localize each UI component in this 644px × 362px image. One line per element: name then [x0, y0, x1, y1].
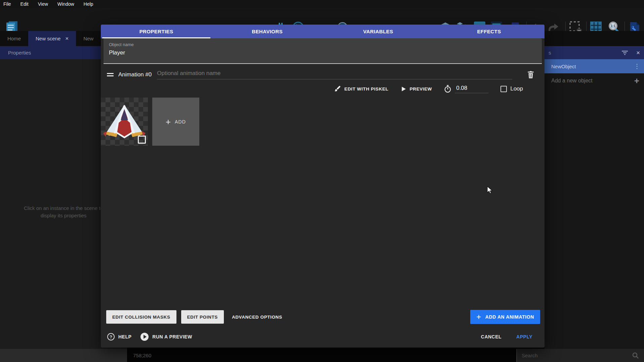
- add-object-plus-icon[interactable]: +: [634, 76, 639, 85]
- properties-panel-footer: [0, 349, 127, 362]
- preview-animation-button[interactable]: PREVIEW: [401, 86, 432, 92]
- animation-name-input[interactable]: [157, 70, 512, 79]
- add-frame-button[interactable]: + ADD: [152, 98, 199, 146]
- objects-panel-close-icon[interactable]: ×: [636, 49, 640, 57]
- animation-controls-row: EDIT WITH PISKEL PREVIEW 0.08 Loop: [101, 82, 545, 96]
- tab-behaviors[interactable]: BEHAVIORS: [212, 25, 323, 38]
- expand-frame-icon[interactable]: [138, 136, 146, 144]
- apply-button[interactable]: APPLY: [516, 334, 532, 339]
- tab-variables[interactable]: VARIABLES: [323, 25, 434, 38]
- tab-new-scene[interactable]: New scene ×: [28, 31, 76, 46]
- tab-home-label: Home: [7, 36, 21, 41]
- svg-text:?: ?: [110, 334, 112, 339]
- objects-panel-header: s ×: [545, 46, 644, 59]
- plus-icon: +: [476, 313, 481, 321]
- plus-icon: +: [166, 117, 171, 126]
- loop-checkbox[interactable]: [500, 86, 507, 92]
- search-icon: [632, 352, 639, 359]
- dialog-tab-bar: PROPERTIES BEHAVIORS VARIABLES EFFECTS: [101, 25, 545, 38]
- cancel-button[interactable]: CANCEL: [481, 334, 501, 339]
- objects-search-bar: [516, 349, 644, 362]
- tab-properties[interactable]: PROPERTIES: [101, 25, 212, 38]
- edit-with-piskel-button[interactable]: EDIT WITH PISKEL: [334, 85, 389, 93]
- frame-time-field[interactable]: 0.08: [444, 85, 488, 93]
- active-tab-indicator: [102, 37, 210, 38]
- properties-panel-title: Properties: [8, 50, 31, 56]
- tab-close-icon[interactable]: ×: [65, 35, 69, 42]
- menu-window[interactable]: Window: [57, 1, 74, 7]
- object-name-label: Object name: [109, 42, 536, 47]
- play-icon: [401, 86, 406, 92]
- menu-bar: File Edit View Window Help: [0, 0, 644, 8]
- object-name-input[interactable]: [109, 49, 536, 56]
- drag-handle-icon[interactable]: [107, 73, 114, 76]
- filter-icon[interactable]: [621, 50, 629, 56]
- brush-icon: [334, 85, 341, 93]
- advanced-options-button[interactable]: ADVANCED OPTIONS: [229, 315, 286, 320]
- menu-help[interactable]: Help: [84, 1, 93, 7]
- dialog-secondary-actions: EDIT COLLISION MASKS EDIT POINTS ADVANCE…: [101, 310, 545, 324]
- cursor-coordinates: 758;260: [133, 353, 151, 358]
- mouse-cursor: [487, 186, 493, 194]
- loop-toggle[interactable]: Loop: [500, 85, 523, 92]
- edit-collision-masks-button[interactable]: EDIT COLLISION MASKS: [106, 310, 176, 324]
- delete-animation-icon[interactable]: [526, 70, 535, 79]
- play-circle-icon: [140, 332, 149, 341]
- search-input[interactable]: [522, 353, 632, 358]
- object-name-field: Object name: [104, 38, 542, 64]
- objects-panel: [545, 46, 644, 349]
- add-new-object-row[interactable]: Add a new object +: [545, 73, 644, 88]
- gdevelop-window: File Edit View Window Help PREVIEW PUBLI…: [0, 0, 644, 362]
- loop-label: Loop: [510, 85, 523, 92]
- object-editor-dialog: PROPERTIES BEHAVIORS VARIABLES EFFECTS O…: [101, 25, 545, 348]
- tab-new-scene-label: New scene: [36, 36, 61, 41]
- objects-panel-title-fragment: s: [549, 50, 551, 56]
- tab-home[interactable]: Home: [0, 31, 28, 46]
- help-icon: ?: [107, 333, 115, 341]
- add-new-object-label: Add a new object: [551, 78, 593, 84]
- scene-status-bar: 758;260: [127, 349, 516, 362]
- dialog-main-actions: ? HELP RUN A PREVIEW CANCEL APPLY: [101, 330, 545, 343]
- animation-title: Animation #0: [118, 71, 152, 78]
- animation-row: Animation #0: [101, 67, 545, 82]
- add-an-animation-button[interactable]: + ADD AN ANIMATION: [470, 310, 540, 324]
- object-row-selected[interactable]: NewObject ⋮: [545, 59, 644, 73]
- menu-edit[interactable]: Edit: [21, 1, 29, 7]
- timer-icon: [444, 85, 451, 93]
- svg-text:1:1: 1:1: [611, 24, 616, 28]
- edit-points-button[interactable]: EDIT POINTS: [181, 310, 224, 324]
- help-button[interactable]: ? HELP: [107, 333, 131, 341]
- menu-file[interactable]: File: [3, 1, 11, 7]
- tab-partial[interactable]: New: [76, 31, 101, 46]
- animation-frames-row: + ADD: [101, 98, 545, 146]
- object-menu-dots-icon[interactable]: ⋮: [634, 63, 640, 70]
- tab-effects[interactable]: EFFECTS: [434, 25, 545, 38]
- frame-thumbnail[interactable]: [101, 98, 148, 146]
- tab-partial-label: New: [83, 36, 93, 41]
- frame-time-value: 0.08: [455, 85, 488, 93]
- menu-view[interactable]: View: [38, 1, 48, 7]
- object-name: NewObject: [551, 64, 576, 69]
- run-a-preview-button[interactable]: RUN A PREVIEW: [140, 332, 192, 341]
